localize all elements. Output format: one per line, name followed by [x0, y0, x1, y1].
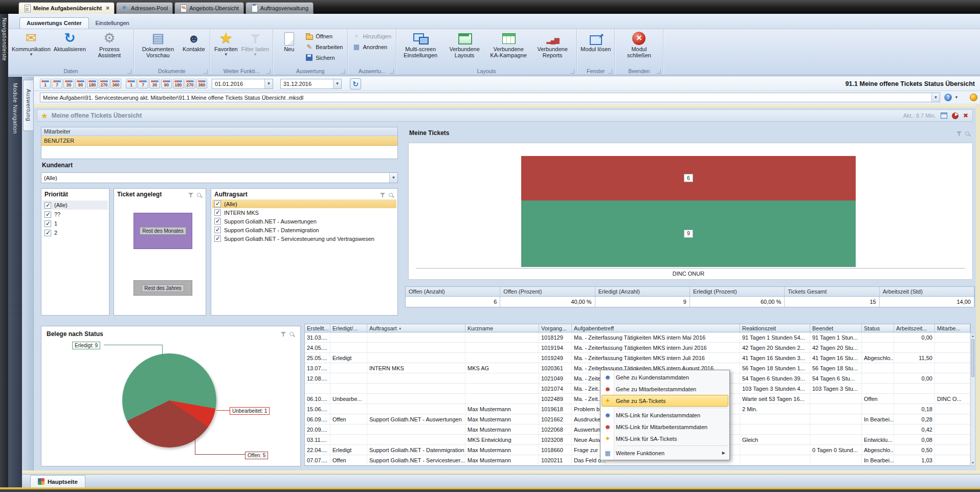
search-icon[interactable]: [196, 192, 203, 198]
dialog-launcher-icon[interactable]: [266, 70, 271, 74]
filter-funnel-icon[interactable]: [380, 193, 386, 198]
column-header-auftragsart[interactable]: Auftragsart▲: [367, 324, 465, 332]
mitarbeiter-selected-row[interactable]: BENUTZER: [41, 136, 397, 146]
date-from-input[interactable]: 01.01.2016 ▼: [212, 79, 273, 89]
slicer-item-rest-des-monates[interactable]: Rest des Monates: [133, 213, 192, 249]
ribbon-button-modul-lösen[interactable]: Modul lösen: [579, 30, 612, 53]
window-tab-auftragsverwaltung[interactable]: Auftragsverwaltung: [246, 2, 314, 14]
range-30-days-button[interactable]: 30: [63, 79, 74, 88]
ribbon-tab-einstellungen[interactable]: Einstellungen: [89, 18, 136, 29]
prioritaet-item-[interactable]: ??: [42, 210, 108, 219]
search-icon[interactable]: [289, 331, 295, 338]
chevron-down-icon[interactable]: ▼: [389, 173, 397, 183]
range-270-days-button[interactable]: 270: [185, 79, 195, 88]
range-180-days-button[interactable]: 180: [87, 79, 98, 88]
range-360-days-button[interactable]: 360: [196, 79, 207, 88]
ribbon-button-kommunikation[interactable]: Kommunikation▼: [10, 30, 52, 57]
menu-item-weitere-funktionen[interactable]: Weitere Funktionen▶: [602, 447, 728, 459]
auswertung-side-tab[interactable]: Auswertung: [23, 80, 33, 131]
help-icon[interactable]: ?: [944, 94, 952, 101]
column-header-status[interactable]: Status: [862, 324, 894, 332]
favorite-star-icon[interactable]: ★: [41, 112, 48, 120]
range-1-days-button[interactable]: 1: [126, 79, 137, 88]
search-icon[interactable]: [388, 192, 394, 198]
dialog-launcher-icon[interactable]: [127, 70, 131, 74]
chevron-down-icon[interactable]: ▼: [954, 95, 959, 100]
module-navigation-strip[interactable]: Module Navigation: [8, 77, 22, 487]
scroll-up-icon[interactable]: ▲: [971, 333, 975, 339]
menu-item-mks-link-für-sa-tickets[interactable]: MKS-Link für SA-Tickets: [602, 433, 728, 444]
kundenart-select[interactable]: (Alle) ▼: [41, 172, 398, 183]
column-header-vorgang[interactable]: Vorgang...: [539, 324, 572, 332]
prioritaet-item-1[interactable]: 1: [42, 219, 108, 228]
menu-item-mks-link-für-mitarbeiterstammdaten[interactable]: MKS-Link für Mitarbeiterstammdaten: [602, 421, 728, 433]
grid-view-icon[interactable]: [941, 113, 947, 119]
tab-hauptseite[interactable]: Hauptseite: [30, 475, 85, 487]
range-1-days-button[interactable]: 1: [40, 79, 51, 88]
dialog-launcher-icon[interactable]: [341, 70, 345, 74]
ribbon-button-verbundene-layouts[interactable]: Verbundene Layouts: [442, 30, 486, 59]
dialog-launcher-icon[interactable]: [204, 70, 208, 74]
chevron-down-icon[interactable]: ▼: [264, 79, 273, 88]
checkbox[interactable]: [214, 235, 221, 242]
column-header-aufgabenbetreff[interactable]: Aufgabenbetreff: [572, 324, 740, 332]
window-tab-meine-aufgabenübersicht[interactable]: Meine Aufgabenübersicht×: [18, 2, 115, 14]
column-header-erledigt[interactable]: Erledigt/...: [330, 324, 367, 332]
slicer-item-rest-des-jahres[interactable]: Rest des Jahres: [133, 280, 192, 296]
menu-item-gehe-zu-sa-tickets[interactable]: Gehe zu SA-Tickets: [602, 395, 728, 407]
column-header-mitarbe[interactable]: Mitarbe...: [935, 324, 970, 332]
range-90-days-button[interactable]: 90: [161, 79, 172, 88]
vertical-scrollbar[interactable]: ▲ ▼: [970, 333, 975, 466]
table-row[interactable]: 31.03....1018129Ma. - Zeiterfassung Täti…: [305, 332, 970, 343]
ribbon-button-öffnen[interactable]: Öffnen: [304, 32, 344, 40]
dialog-launcher-icon[interactable]: [570, 70, 574, 74]
auftragsart-item-support-goliath-net-servicesteuerung-und-vertragswesen[interactable]: Support Goliath.NET - Servicesteuerung u…: [212, 234, 396, 243]
range-360-days-button[interactable]: 360: [110, 79, 121, 88]
column-header-erstellt[interactable]: Erstellt...: [305, 324, 330, 332]
chevron-down-icon[interactable]: ▼: [931, 93, 940, 102]
ribbon-button-multi-screen-einstellungen[interactable]: Multi-screen Einstellungen: [398, 30, 442, 59]
dialog-launcher-icon[interactable]: [390, 70, 394, 74]
checkbox[interactable]: [44, 202, 51, 209]
chevron-down-icon[interactable]: ▼: [333, 79, 341, 88]
auftragsart-item-support-goliath-net-datenmigration[interactable]: Support Goliath.NET - Datenmigration: [212, 226, 396, 234]
filter-funnel-icon[interactable]: [188, 193, 194, 198]
range-7-days-button[interactable]: 7: [138, 79, 148, 88]
navigation-strip[interactable]: Navigationsleiste: [0, 14, 8, 487]
checkbox[interactable]: [214, 218, 221, 225]
ribbon-button-bearbeiten[interactable]: Bearbeiten: [304, 42, 344, 51]
date-to-input[interactable]: 31.12.2016 ▼: [280, 79, 342, 89]
column-header-kurzname[interactable]: Kurzname: [465, 324, 539, 332]
table-row[interactable]: 25.05....Erledigt1019249Ma. - Zeiterfass…: [305, 353, 970, 363]
ribbon-button-filter-laden[interactable]: Filter laden▼: [240, 30, 271, 57]
ribbon-button-anordnen[interactable]: Anordnen: [351, 42, 393, 51]
search-icon[interactable]: [965, 131, 971, 137]
dialog-launcher-icon[interactable]: [608, 70, 612, 74]
column-header-arbeitszeit[interactable]: Arbeitszeit...: [894, 324, 935, 332]
status-pie-chart[interactable]: [122, 353, 216, 448]
prioritaet-item-2[interactable]: 2: [42, 228, 108, 237]
range-90-days-button[interactable]: 90: [75, 79, 86, 88]
filter-funnel-icon[interactable]: [956, 131, 962, 137]
auftragsart-item-alle[interactable]: (Alle): [212, 199, 396, 208]
checkbox[interactable]: [44, 220, 51, 227]
window-tab-angebots-übersicht[interactable]: Angebots-Übersicht: [174, 2, 244, 14]
ribbon-button-dokumenten-vorschau[interactable]: Dokumenten Vorschau: [136, 30, 180, 59]
scrollbar-thumb[interactable]: [971, 339, 974, 377]
close-dashboard-icon[interactable]: ✖: [963, 113, 968, 119]
report-path-input[interactable]: Meine Aufgaben\91. Servicesteuerung akt.…: [40, 93, 940, 102]
ribbon-button-kontakte[interactable]: Kontakte: [180, 30, 208, 53]
range-270-days-button[interactable]: 270: [99, 79, 109, 88]
column-header-beendet[interactable]: Beendet: [810, 324, 862, 332]
menu-item-mks-link-für-kundenstammdaten[interactable]: MKS-Link für Kundenstammdaten: [602, 409, 728, 421]
table-row[interactable]: 24.05....1019194Ma. - Zeiterfassung Täti…: [305, 343, 970, 353]
menu-item-gehe-zu-kundenstammdaten[interactable]: Gehe zu Kundenstammdaten: [602, 371, 728, 383]
status-orb-icon[interactable]: [970, 94, 977, 101]
ribbon-button-prozess-assistent[interactable]: Prozess Assistent: [87, 30, 131, 59]
range-7-days-button[interactable]: 7: [52, 79, 62, 88]
refresh-button[interactable]: ↻: [350, 78, 361, 90]
ribbon-button-verbundene-ka-kampagne[interactable]: Verbundene KA-Kampagne: [486, 30, 530, 59]
ribbon-button-sichern[interactable]: Sichern: [304, 53, 344, 62]
auftragsart-item-support-goliath-net-auswertungen[interactable]: Support Goliath.NET - Auswertungen: [212, 217, 396, 226]
ribbon-button-neu[interactable]: Neu: [275, 30, 303, 53]
